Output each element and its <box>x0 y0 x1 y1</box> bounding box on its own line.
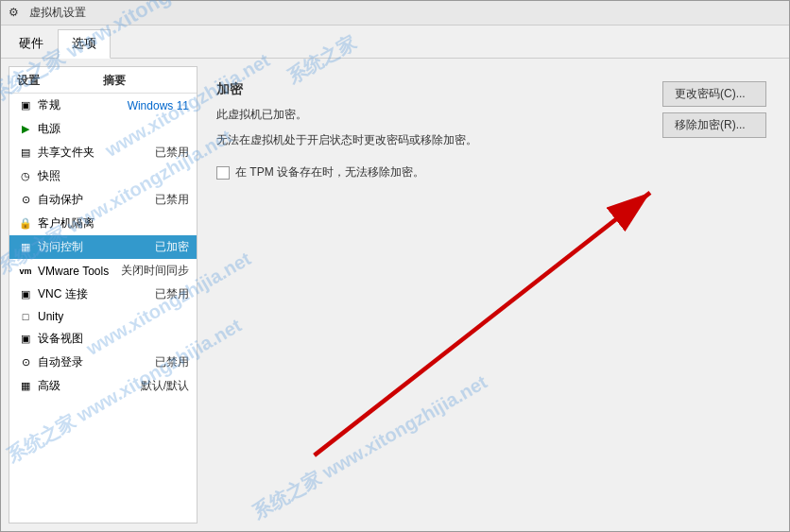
col-summary: 摘要 <box>103 73 189 89</box>
title-icon: ⚙ <box>9 6 24 21</box>
item-label-snapshot: 快照 <box>38 168 189 184</box>
item-label-power: 电源 <box>38 121 189 137</box>
sidebar-item-shared-folder[interactable]: ▤ 共享文件夹 已禁用 <box>9 141 197 164</box>
sidebar-item-general[interactable]: ▣ 常规 Windows 11 <box>9 94 197 117</box>
sidebar-item-vnc[interactable]: ▣ VNC 连接 已禁用 <box>9 283 197 306</box>
sidebar-item-device-view[interactable]: ▣ 设备视图 <box>9 327 197 351</box>
right-panel: 加密 此虚拟机已加密。 无法在虚拟机处于开启状态时更改密码或移除加密。 在 TP… <box>198 66 781 523</box>
sidebar-item-autoprotect[interactable]: ⊙ 自动保护 已禁用 <box>9 188 197 212</box>
item-label-vmware-tools: VMware Tools <box>38 265 121 278</box>
power-icon: ▶ <box>17 123 34 136</box>
sidebar-item-access-control[interactable]: ▦ 访问控制 已加密 <box>9 235 197 259</box>
item-label-access-control: 访问控制 <box>38 239 155 255</box>
content-area: 设置 摘要 ▣ 常规 Windows 11 ▶ 电源 ▤ 共享文件夹 已禁用 <box>1 59 789 531</box>
item-value-vnc: 已禁用 <box>155 286 189 302</box>
item-label-advanced: 高级 <box>38 378 141 394</box>
sidebar-item-unity[interactable]: □ Unity <box>9 306 197 327</box>
left-panel: 设置 摘要 ▣ 常规 Windows 11 ▶ 电源 ▤ 共享文件夹 已禁用 <box>9 66 198 523</box>
sidebar-item-vmware-tools[interactable]: vm VMware Tools 关闭时间同步 <box>9 259 197 283</box>
tabs-bar: 硬件 选项 <box>1 26 789 59</box>
right-buttons: 更改密码(C)... 移除加密(R)... <box>662 81 766 138</box>
sidebar-item-snapshot[interactable]: ◷ 快照 <box>9 164 197 188</box>
left-panel-header: 设置 摘要 <box>9 67 197 94</box>
item-value-vmware-tools: 关闭时间同步 <box>121 263 189 279</box>
tab-options[interactable]: 选项 <box>58 29 111 59</box>
unity-icon: □ <box>17 310 34 323</box>
tpm-label: 在 TPM 设备存在时，无法移除加密。 <box>235 164 424 180</box>
item-label-general: 常规 <box>38 97 128 113</box>
monitor-icon: ▣ <box>17 99 34 112</box>
item-label-device-view: 设备视图 <box>38 331 189 347</box>
sidebar-item-advanced[interactable]: ▦ 高级 默认/默认 <box>9 374 197 398</box>
item-value-advanced: 默认/默认 <box>141 378 189 394</box>
sidebar-item-isolation[interactable]: 🔒 客户机隔离 <box>9 212 197 235</box>
autoprotect-icon: ⊙ <box>17 194 34 207</box>
remove-encryption-button[interactable]: 移除加密(R)... <box>662 112 766 138</box>
sidebar-item-power[interactable]: ▶ 电源 <box>9 117 197 141</box>
col-settings: 设置 <box>17 73 103 89</box>
item-label-shared-folder: 共享文件夹 <box>38 145 155 161</box>
item-value-general: Windows 11 <box>128 99 189 112</box>
item-label-autologin: 自动登录 <box>38 354 155 370</box>
item-value-autologin: 已禁用 <box>155 354 189 370</box>
vnc-icon: ▣ <box>17 288 34 301</box>
tpm-area: 在 TPM 设备存在时，无法移除加密。 <box>216 164 443 180</box>
item-label-unity: Unity <box>38 310 189 323</box>
window-title: 虚拟机设置 <box>29 5 86 21</box>
snapshot-icon: ◷ <box>17 170 34 183</box>
item-value-shared-folder: 已禁用 <box>155 145 189 161</box>
item-label-autoprotect: 自动保护 <box>38 192 155 208</box>
tab-hardware[interactable]: 硬件 <box>5 29 58 58</box>
item-value-access-control: 已加密 <box>155 239 189 255</box>
tpm-checkbox[interactable] <box>216 166 230 180</box>
autologin-icon: ⊙ <box>17 356 34 369</box>
item-value-autoprotect: 已禁用 <box>155 192 189 208</box>
item-label-isolation: 客户机隔离 <box>38 215 189 232</box>
vmware-icon: vm <box>17 265 34 278</box>
svg-line-1 <box>315 193 650 455</box>
change-password-button[interactable]: 更改密码(C)... <box>662 81 766 107</box>
device-icon: ▣ <box>17 333 34 346</box>
main-window: ⚙ 虚拟机设置 硬件 选项 设置 摘要 ▣ 常规 Windows 11 <box>0 0 790 532</box>
title-bar: ⚙ 虚拟机设置 <box>1 1 789 26</box>
item-label-vnc: VNC 连接 <box>38 286 155 302</box>
lock-icon: 🔒 <box>17 217 34 231</box>
access-icon: ▦ <box>17 241 34 254</box>
advanced-icon: ▦ <box>17 380 34 393</box>
sidebar-item-autologin[interactable]: ⊙ 自动登录 已禁用 <box>9 351 197 374</box>
folder-icon: ▤ <box>17 146 34 160</box>
